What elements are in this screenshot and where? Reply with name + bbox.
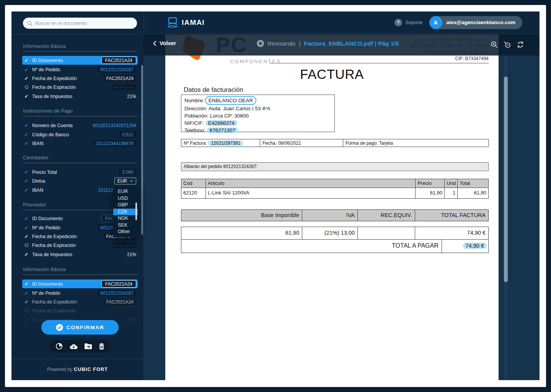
totals-header: IVA [302,210,358,221]
highlight-total[interactable]: 74,90 € [463,243,487,249]
meta-label: Nº Factura: [184,140,207,146]
field-value[interactable]: - - - - - - - [112,242,136,248]
field-row-expedicion[interactable]: ✓ Fecha de Expedición FAC2021A24 [22,74,138,83]
check-icon: ✓ [24,169,29,175]
refresh-icon[interactable] [517,41,524,48]
document-search[interactable] [23,18,137,29]
currency-dropdown: EUR USD GBP CZK NOK SEK Other [113,186,138,237]
highlight-nombre[interactable]: ENBLANCO OEAR [205,96,256,105]
check-icon: ✓ [24,132,29,137]
field-value[interactable]: FAC2021A24 [101,280,136,287]
field-row-impuestos[interactable]: ✓ Tasa de Impuestos 21% [22,92,138,101]
meta-value: 08/06/2021 [278,140,301,146]
field-row-cuenta[interactable]: ✓ Número de Cuenta 60120213242871284 [22,121,138,130]
check-icon: ✓ [24,75,29,81]
search-input[interactable] [35,21,133,26]
highlight-factura-num[interactable]: 12021/297391 [208,140,243,146]
viewer-scrollbar-thumb[interactable] [504,77,508,282]
currency-option-sek[interactable]: SEK [113,222,138,229]
field-row-prov-expiracion[interactable]: Fecha de Expiración - - - - - - - [22,241,138,250]
totals-values-row: 61,90 (21%) 13,00 74,90 € [181,227,488,240]
item-cod: 62120 [181,188,206,198]
total-a-pagar-label: TOTAL A PAGAR [181,240,442,253]
billing-nif: NIF/CIF: E42886374 [184,119,331,127]
back-button[interactable]: Volver [153,40,176,46]
invoice-title: FACTURA [165,67,499,82]
currency-option-usd[interactable]: USD [113,195,138,202]
zoom-out-icon[interactable] [504,41,511,48]
billing-label: Nombre: [184,98,204,103]
field-row-id-documento[interactable]: ✓ ID Documento FAC2021A24 [22,56,138,65]
check-icon: ✓ [24,187,29,193]
field-value[interactable]: 21% [127,252,136,257]
field-label: Tasa de Impuestos [32,252,72,257]
field-value[interactable]: FAC2021A24 [104,75,136,82]
field-row-id-documento-2[interactable]: ✓ ID Documento FAC2021A24 [22,279,138,288]
items-header: Articulo [206,179,416,188]
albaran-bar: Albarán del pedido 6012021324287: [181,162,489,171]
item-total: 61,90 [458,188,488,198]
field-row-iban[interactable]: ✓ IBAN 231122344236678 [22,139,138,148]
check-icon: ✓ [24,57,29,63]
circle-icon [24,85,29,89]
document-viewer: PC COMPONENTES PC Componentes y Multimed… [143,34,540,380]
check-icon: ✓ [24,178,29,184]
total-base: 61,90 [181,227,302,239]
field-row-precio-total[interactable]: ✓ Precio Total 3.060 [22,168,138,176]
billing-poblacion: Población: Lorca CP: 30800 [184,112,331,119]
check-icon: ✓ [24,122,29,128]
check-icon: ✓ [24,281,29,287]
meta-factura: Nº Factura:12021/297391 [181,139,260,147]
confirm-button[interactable]: CONFIRMAR [41,320,119,335]
support-label: Soporte [405,20,423,25]
field-label: Nº de Pedido [32,225,60,230]
zoom-in-icon[interactable] [491,41,498,48]
check-icon: ✓ [24,252,29,257]
totals-header: TOTAL FACTURA [415,210,488,221]
field-value[interactable]: FAC2021A24 [101,57,136,64]
field-row-prov-impuestos[interactable]: ✓ Tasa de Impuestos 21% [22,250,138,259]
field-label: Código de Banco [32,132,69,137]
items-header: Cod [181,179,206,188]
header-rule [270,63,489,64]
check-icon: ✓ [24,140,29,146]
field-value[interactable]: 21% [127,94,136,99]
currency-option-czk[interactable]: CZK [113,209,138,216]
field-row-expiracion[interactable]: Fecha de Expiración - - - - - - - [22,83,138,91]
currency-option-gbp[interactable]: GBP [113,202,138,209]
field-row-pedido[interactable]: ✓ Nº de Pedido 6012021324287 [22,65,138,74]
invoice-meta-row: Nº Factura:12021/297391 Fecha: 08/06/202… [181,139,489,147]
currency-select[interactable]: EUR [114,178,136,185]
dropdown-scrollbar[interactable] [135,203,137,220]
field-value[interactable]: ES21 [120,131,136,138]
sidebar-scrollbar[interactable] [141,65,143,235]
user-menu[interactable]: A alex@agenciaenblanco.com [429,16,522,29]
cloud-download-icon[interactable] [69,343,78,350]
field-label: IBAN [32,141,43,146]
field-label: ID Documento [32,281,63,287]
highlight-nif[interactable]: E42886374 [205,120,237,126]
field-value[interactable]: 3.060 [119,169,136,175]
powered-by-brand: CUBIC FORT [74,367,108,372]
field-row-banco[interactable]: ✓ Código de Banco ES21 [22,130,138,139]
field-value[interactable]: 60120213242871284 [93,123,136,128]
billing-telefono: Teléfono: 676271307 [184,127,331,134]
pie-chart-icon[interactable] [55,343,63,350]
section-title: Proveedor [23,202,46,207]
field-value[interactable]: 231122344236678 [93,140,136,147]
total-factura: 74,90 € [415,227,488,239]
trash-icon[interactable] [99,343,104,350]
currency-option-nok[interactable]: NOK [113,215,138,222]
folder-move-icon[interactable] [84,343,92,350]
currency-option-eur[interactable]: EUR [113,188,138,195]
field-label: Fecha de Expiración [32,243,76,248]
field-value[interactable]: 6012021324287 [98,66,136,73]
topbar: IAMAI ? Soporte A alex@agenciaenblanco.c… [143,11,540,34]
item-und: 1 [445,188,458,198]
field-value[interactable]: - - - - - - - [112,84,136,90]
field-row-divisa[interactable]: ✓ Divisa EUR [22,176,138,185]
currency-option-other[interactable]: Other [113,229,138,235]
status-label: Revisando [267,40,295,47]
support-button[interactable]: ? Soporte [395,19,423,26]
highlight-telefono[interactable]: 676271307 [207,127,238,133]
